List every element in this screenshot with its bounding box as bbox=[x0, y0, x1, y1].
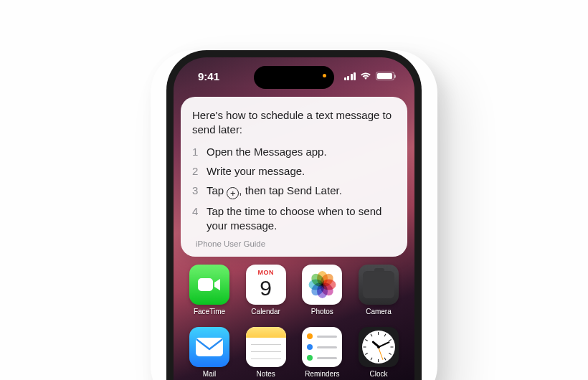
app-facetime[interactable]: FaceTime bbox=[186, 265, 232, 315]
siri-step-3: Tap +, then tap Send Later. bbox=[207, 184, 396, 199]
app-camera[interactable]: Camera bbox=[356, 265, 402, 315]
siri-heading: Here's how to schedule a text message to… bbox=[192, 108, 396, 138]
home-screen: FaceTimeMON9CalendarPhotosCamera MailNot… bbox=[174, 265, 414, 380]
siri-step-4: Tap the time to choose when to send your… bbox=[207, 204, 396, 234]
svg-rect-0 bbox=[198, 278, 213, 291]
app-label: Reminders bbox=[305, 370, 339, 378]
photos-icon bbox=[302, 265, 342, 305]
app-label: Camera bbox=[366, 308, 392, 315]
app-label: Photos bbox=[311, 308, 333, 315]
microphone-indicator-icon bbox=[323, 74, 326, 77]
mail-icon bbox=[189, 327, 229, 367]
app-clock[interactable]: Clock bbox=[356, 327, 402, 378]
app-mail[interactable]: Mail bbox=[186, 327, 232, 378]
app-photos[interactable]: Photos bbox=[299, 265, 345, 315]
siri-step-2: Write your message. bbox=[207, 164, 396, 179]
wifi-icon bbox=[360, 72, 371, 80]
clock-icon bbox=[359, 327, 399, 367]
app-notes[interactable]: Notes bbox=[243, 327, 289, 378]
iphone-screen: 9:41 Here's how to schedule a text messa… bbox=[174, 57, 414, 380]
app-reminders[interactable]: Reminders bbox=[299, 327, 345, 378]
status-time: 9:41 bbox=[198, 70, 219, 82]
camera-icon bbox=[359, 265, 399, 305]
app-calendar[interactable]: MON9Calendar bbox=[243, 265, 289, 315]
app-label: Mail bbox=[203, 370, 216, 378]
reminders-icon bbox=[302, 327, 342, 367]
app-label: Calendar bbox=[251, 308, 280, 315]
notes-icon bbox=[246, 327, 286, 367]
facetime-icon bbox=[189, 265, 229, 305]
siri-step-1: Open the Messages app. bbox=[207, 145, 396, 159]
dynamic-island[interactable] bbox=[254, 66, 334, 89]
app-label: FaceTime bbox=[194, 308, 225, 315]
iphone-frame: 9:41 Here's how to schedule a text messa… bbox=[166, 50, 422, 380]
app-label: Notes bbox=[257, 370, 275, 378]
siri-source-attribution[interactable]: iPhone User Guide bbox=[192, 239, 396, 250]
cellular-signal-icon bbox=[344, 72, 356, 80]
siri-steps-list: 1Open the Messages app. 2Write your mess… bbox=[192, 145, 396, 234]
plus-circle-icon: + bbox=[227, 187, 239, 199]
siri-response-card[interactable]: Here's how to schedule a text message to… bbox=[181, 97, 407, 257]
battery-icon bbox=[376, 72, 394, 80]
svg-rect-1 bbox=[196, 338, 223, 356]
calendar-icon: MON9 bbox=[246, 265, 286, 305]
app-label: Clock bbox=[369, 370, 387, 378]
